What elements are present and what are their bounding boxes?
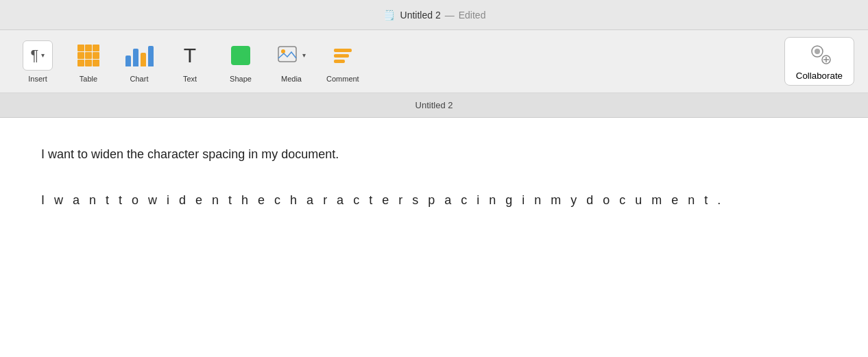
media-button[interactable]: ▾ Media [267,36,315,87]
text-icon-area: T [175,40,205,71]
insert-icon-area: ¶ ▾ [23,40,53,71]
svg-rect-2 [334,49,352,52]
svg-rect-3 [334,54,349,58]
table-icon-area [73,40,104,71]
chart-bar-2 [133,49,138,66]
table-cell-1 [77,45,84,51]
insert-chevron-icon: ▾ [41,51,45,59]
paragraph-normal: I want to widen the character spacing in… [41,145,827,164]
comment-icon-area [328,40,358,71]
insert-label: Insert [28,75,47,83]
pilcrow-icon: ¶ [31,47,39,64]
shape-label: Shape [230,75,252,83]
chart-label: Chart [130,75,149,83]
shape-button[interactable]: Shape [217,36,265,87]
document-subtitle: Untitled 2 [415,100,453,110]
doc-icon: 🗒️ [383,8,396,22]
shape-square-icon [231,46,250,65]
table-cell-9 [93,60,99,66]
text-label: Text [183,75,197,83]
table-button[interactable]: Table [64,36,112,87]
table-cell-6 [93,52,99,59]
svg-rect-4 [334,60,345,63]
insert-button[interactable]: ¶ ▾ Insert [14,36,62,87]
media-icon-area: ▾ [276,40,306,71]
collaborate-button[interactable]: Collaborate [784,37,854,86]
toolbar: ¶ ▾ Insert Table [0,30,868,93]
table-cell-5 [85,52,92,59]
svg-point-1 [281,49,285,53]
table-cell-4 [77,52,84,59]
comment-button[interactable]: Comment [318,36,367,87]
chart-button[interactable]: Chart [115,36,163,87]
media-label: Media [281,75,302,83]
insert-icon-wrapper: ¶ ▾ [31,47,45,64]
table-cell-3 [93,45,99,51]
text-button[interactable]: T Text [166,36,214,87]
document-title: Untitled 2 [400,10,441,21]
chart-icon-area [124,40,154,71]
collaborate-label: Collaborate [796,71,843,81]
comment-label: Comment [326,75,359,83]
media-image-icon [278,46,300,65]
title-bar-content: 🗒️ Untitled 2 — Edited [383,8,486,22]
table-cell-8 [85,60,92,66]
shape-icon-area [226,40,256,71]
chart-bar-4 [148,46,154,66]
text-t-icon: T [184,45,196,66]
collaborate-icon [807,42,832,66]
comment-icon [332,45,354,66]
table-icon [77,45,99,66]
paragraph-wide-spacing: I w a n t t o w i d e n t h e c h a r a … [41,191,827,210]
table-cell-2 [85,45,92,51]
table-label: Table [80,75,97,83]
chart-bar-3 [141,53,146,66]
media-icon-wrapper: ▾ [278,46,306,65]
chart-bar-1 [125,56,131,66]
document-status: Edited [459,10,486,21]
title-separator: — [445,10,455,21]
document-content: I want to widen the character spacing in… [0,118,868,357]
chart-icon [125,45,154,66]
svg-point-6 [815,49,820,54]
media-chevron-icon: ▾ [302,51,306,59]
title-bar: 🗒️ Untitled 2 — Edited [0,0,868,30]
table-cell-7 [77,60,84,66]
document-title-bar: Untitled 2 [0,93,868,118]
